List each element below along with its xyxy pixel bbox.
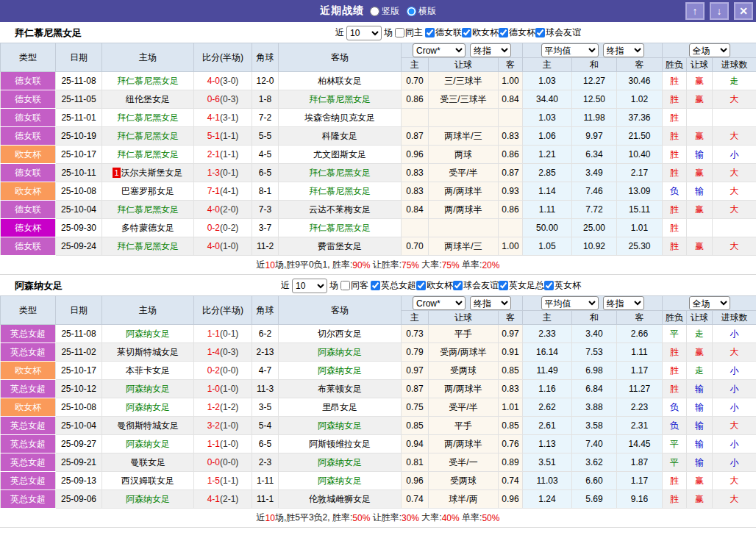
avg-select-group: 平均值终指	[523, 296, 663, 311]
league-type-cell: 英总女超	[1, 453, 56, 472]
handicap-cell: 受半/一	[429, 453, 499, 472]
league-checkbox[interactable]	[535, 28, 545, 37]
col-header-corners: 角球	[252, 43, 279, 72]
subcol-handicap: 让球	[429, 58, 499, 72]
move-up-button[interactable]: ↑	[685, 2, 705, 20]
avg-time-select[interactable]: 终指	[603, 296, 644, 310]
col-header-home: 主场	[102, 296, 194, 325]
away-odds-cell: 0.87	[499, 164, 523, 182]
league-checkbox[interactable]	[416, 281, 426, 290]
away-team-name: 拜仁慕尼黑女足	[309, 223, 371, 233]
odds-provider-select[interactable]: Crow*	[413, 43, 466, 57]
venue-filter[interactable]: 同主	[395, 26, 423, 39]
view-option[interactable]: 竖版	[370, 5, 399, 18]
away-team-cell: 云达不莱梅女足	[279, 201, 402, 219]
view-radio[interactable]	[370, 7, 379, 16]
league-filter[interactable]: 欧女杯	[462, 26, 499, 39]
league-filter[interactable]: 英女杯	[544, 279, 581, 292]
home-team-cell: 阿森纳女足	[102, 435, 194, 453]
close-icon: ✕	[739, 6, 748, 16]
score-cell: 0-2(0-2)	[194, 219, 252, 237]
league-filter[interactable]: 英女足总	[499, 279, 544, 292]
venue-checkbox[interactable]	[340, 281, 350, 290]
view-option-label: 竖版	[382, 5, 399, 18]
handicap-result-cell: 赢	[687, 164, 713, 182]
league-filter-label: 英总女超	[381, 279, 416, 292]
league-checkbox[interactable]	[371, 281, 380, 290]
summary-segment: 让胜率:	[370, 259, 402, 271]
away-team-name: 布莱顿女足	[318, 384, 362, 394]
titlebar-center: 近期战绩 竖版横版	[0, 4, 756, 18]
odds-time-select[interactable]: 终指	[470, 296, 511, 310]
home-team-cell: 多特蒙德女足	[102, 219, 194, 237]
venue-filter[interactable]: 同客	[340, 279, 368, 292]
scope-select[interactable]: 全场	[689, 43, 730, 57]
view-radio[interactable]	[407, 7, 416, 16]
home-team-cell: 拜仁慕尼黑女足	[102, 127, 194, 146]
avg-select[interactable]: 平均值	[541, 43, 599, 57]
league-filter-label: 英女杯	[554, 279, 581, 292]
league-type-cell: 欧女杯	[1, 182, 56, 201]
halftime-score: (0-3)	[220, 347, 238, 357]
avg-time-select[interactable]: 终指	[603, 43, 644, 57]
date-cell: 25-09-21	[56, 453, 102, 472]
avg-select[interactable]: 平均值	[541, 296, 599, 310]
halftime-score: (1-0)	[220, 241, 238, 251]
league-checkbox[interactable]	[499, 281, 508, 290]
titlebar: 近期战绩 竖版横版 ↑↓✕	[0, 0, 756, 22]
corners-cell: 12-0	[252, 72, 279, 90]
match-count-select[interactable]: 10	[292, 279, 327, 293]
league-filter[interactable]: 球会友谊	[535, 26, 581, 39]
away-team-name: 阿森纳女足	[318, 365, 362, 376]
league-filter[interactable]: 欧女杯	[416, 279, 453, 292]
league-filter[interactable]: 球会友谊	[453, 279, 499, 292]
away-odds-cell: 0.85	[499, 362, 523, 380]
home-team-name: 拜仁慕尼黑女足	[117, 241, 179, 251]
handicap-result-cell: 输	[687, 182, 713, 201]
goals-result-cell: 走	[713, 72, 756, 90]
avg-draw-cell: 10.92	[572, 237, 617, 256]
league-filter[interactable]: 英总女超	[371, 279, 416, 292]
league-checkbox[interactable]	[425, 28, 435, 37]
handicap-cell: 两/两球半	[429, 435, 499, 453]
recent-results-window: 近期战绩 竖版横版 ↑↓✕ 拜仁慕尼黑女足 近 10 场 同主 德女联欧女杯德女…	[0, 0, 756, 538]
home-team-cell: 阿森纳女足	[102, 398, 194, 417]
league-checkbox[interactable]	[499, 28, 508, 37]
away-team-cell: 科隆女足	[279, 127, 402, 146]
league-checkbox[interactable]	[544, 281, 554, 290]
summary-segment: 大率:	[419, 512, 442, 524]
league-filter-label: 德女杯	[509, 26, 535, 39]
scope-select[interactable]: 全场	[689, 296, 730, 310]
league-checkbox[interactable]	[453, 281, 463, 290]
date-cell: 25-10-12	[56, 380, 102, 398]
avg-home-cell: 1.14	[523, 182, 572, 201]
handicap-cell: 受两球	[429, 472, 499, 490]
handicap-result-cell: 赢	[687, 127, 713, 146]
venue-checkbox[interactable]	[395, 28, 404, 37]
subcol-avg-home: 主	[523, 311, 572, 325]
away-team-cell: 拜仁慕尼黑女足	[279, 164, 402, 182]
subcol-result: 胜负	[663, 311, 687, 325]
move-down-button[interactable]: ↓	[710, 2, 729, 20]
close-button[interactable]: ✕	[734, 2, 753, 20]
home-odds-cell: 0.83	[402, 182, 429, 201]
league-checkbox[interactable]	[462, 28, 471, 37]
match-count-select[interactable]: 10	[346, 26, 382, 40]
match-row: 德女联25-10-19拜仁慕尼黑女足5-1(1-1)5-5科隆女足0.87两球半…	[1, 127, 756, 146]
home-odds-cell: 0.70	[402, 237, 429, 256]
odds-time-select[interactable]: 终指	[470, 43, 511, 57]
handicap-result-cell: 赢	[687, 90, 713, 109]
view-option[interactable]: 横版	[407, 5, 436, 18]
league-filter[interactable]: 德女联	[425, 26, 462, 39]
avg-home-cell: 11.49	[523, 362, 572, 380]
col-header-score: 比分(半场)	[194, 43, 252, 72]
result-cell: 胜	[663, 472, 687, 490]
league-filter[interactable]: 德女杯	[499, 26, 535, 39]
subcol-handicap-result: 让球	[687, 58, 713, 72]
home-team-name: 阿森纳女足	[126, 494, 170, 504]
handicap-result-cell: 赢	[687, 72, 713, 90]
odds-select-group: Crow*终指	[402, 296, 523, 311]
home-odds-cell: 0.81	[402, 453, 429, 472]
odds-provider-select[interactable]: Crow*	[413, 296, 466, 310]
home-team-name: 曼彻斯特城女足	[117, 420, 179, 431]
